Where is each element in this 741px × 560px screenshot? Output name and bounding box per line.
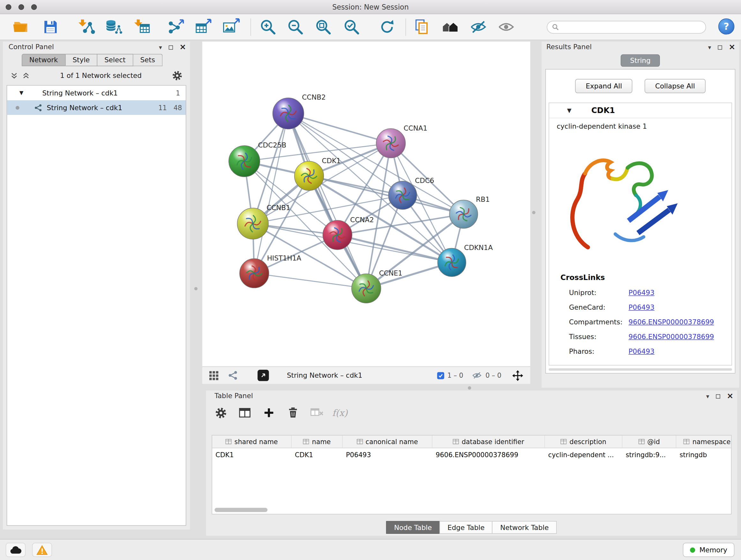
crosslink-label: Compartments: (569, 318, 623, 326)
panel-close-icon[interactable]: × (727, 393, 733, 400)
network-collection-row[interactable]: ▼ String Network – cdk1 1 (7, 85, 186, 100)
crosslink-link[interactable]: 9606.ENSP00000378699 (629, 333, 714, 341)
zoom-in-button[interactable] (259, 17, 277, 37)
crosslink-link[interactable]: 9606.ENSP00000378699 (629, 318, 714, 326)
show-columns-icon[interactable] (236, 404, 254, 422)
protein-structure-image (558, 133, 682, 270)
hidden-eye-slash-icon[interactable] (472, 370, 482, 381)
network-edge[interactable] (254, 113, 288, 273)
network-options-gear-icon[interactable] (172, 71, 183, 81)
selected-checkbox[interactable] (437, 372, 444, 379)
workspace: Control Panel ▾ × Network Style Select S… (0, 40, 741, 539)
import-network-database-button[interactable] (104, 17, 123, 37)
tab-sets[interactable]: Sets (133, 54, 162, 66)
home-button[interactable] (441, 17, 460, 37)
table-settings-gear-icon[interactable] (212, 404, 229, 422)
network-edge[interactable] (254, 273, 366, 288)
column-header[interactable]: canonical name (343, 435, 432, 448)
collapse-all-icon[interactable] (22, 72, 30, 79)
expand-all-icon[interactable] (10, 72, 18, 79)
network-share-icon[interactable] (228, 371, 238, 380)
panel-float-icon[interactable] (718, 45, 722, 49)
export-image-button[interactable] (222, 17, 241, 37)
network-canvas[interactable]: CCNB2CCNA1CDC25BCDK1CDC6RB1CCNB1CCNA2CDK… (202, 42, 530, 366)
network-edge[interactable] (288, 113, 391, 143)
refresh-view-button[interactable] (378, 17, 396, 37)
tab-network-table[interactable]: Network Table (492, 521, 556, 534)
protein-section-header[interactable]: ▼ CDK1 (549, 103, 732, 118)
memory-button[interactable]: Memory (683, 543, 734, 557)
network-row[interactable]: String Network – cdk1 11 48 (7, 100, 186, 115)
minimize-window-button[interactable] (18, 4, 24, 10)
create-column-plus-icon[interactable] (260, 404, 278, 422)
network-view-toolbar: String Network – cdk1 1 – 0 0 – 0 (202, 367, 530, 384)
eye-slash-icon (469, 18, 487, 36)
string-results-box: Expand All Collapse All ▼ CDK1 cyclin-de… (545, 69, 735, 374)
horizontal-splitter-handle[interactable] (468, 386, 471, 389)
help-icon[interactable]: ? (718, 18, 734, 35)
detach-view-button[interactable] (258, 370, 269, 381)
vertical-splitter-handle[interactable] (194, 287, 198, 290)
crosslink-label: Tissues: (569, 333, 596, 341)
column-header[interactable]: description (545, 435, 622, 448)
zoom-window-button[interactable] (31, 4, 37, 10)
section-expand-icon[interactable]: ▼ (567, 107, 571, 114)
crosslink-link[interactable]: P06493 (629, 348, 655, 355)
tab-network[interactable]: Network (22, 54, 65, 66)
tab-style[interactable]: Style (65, 54, 97, 66)
crosslinks-title: CrossLinks (560, 273, 605, 282)
crosslink-link[interactable]: P06493 (629, 304, 655, 311)
panel-close-icon[interactable]: × (179, 44, 186, 51)
import-network-file-button[interactable] (77, 17, 96, 37)
tab-edge-table[interactable]: Edge Table (440, 521, 493, 534)
pan-move-icon[interactable] (512, 369, 524, 381)
tab-string[interactable]: String (621, 54, 660, 67)
collapse-all-button[interactable]: Collapse All (645, 79, 705, 93)
column-type-icon (560, 439, 566, 444)
delete-table-icon-disabled (308, 404, 326, 422)
table-panel-title: Table Panel (214, 392, 253, 400)
column-header[interactable]: database identifier (432, 435, 545, 448)
warning-status-button[interactable] (32, 543, 52, 557)
tab-select[interactable]: Select (97, 54, 133, 66)
results-horizontal-scrollbar[interactable] (549, 368, 732, 371)
vertical-splitter-handle[interactable] (532, 211, 535, 214)
export-table-button[interactable] (194, 17, 212, 37)
panel-menu-icon[interactable]: ▾ (159, 44, 162, 50)
cloud-status-button[interactable] (6, 543, 25, 557)
zoom-fit-button[interactable] (314, 17, 333, 37)
birdseye-grid-icon[interactable] (209, 370, 219, 380)
export-network-button[interactable] (166, 17, 185, 37)
panel-float-icon[interactable] (169, 45, 173, 49)
network-edge[interactable] (288, 113, 366, 288)
save-session-button[interactable] (41, 17, 60, 37)
hide-selected-button[interactable] (469, 17, 488, 37)
panel-menu-icon[interactable]: ▾ (706, 393, 710, 399)
tree-expand-icon[interactable]: ▼ (19, 90, 23, 96)
delete-column-trash-icon[interactable] (284, 404, 302, 422)
search-field[interactable] (547, 21, 706, 34)
zoom-out-button[interactable] (286, 17, 305, 37)
clipboard-button[interactable] (413, 17, 431, 37)
table-horizontal-scrollbar[interactable] (214, 508, 267, 512)
search-input[interactable] (562, 23, 701, 31)
expand-all-button[interactable]: Expand All (576, 79, 632, 93)
column-header[interactable]: namespace (676, 435, 731, 448)
table-row[interactable]: CDK1 CDK1 P06493 9606.ENSP00000378699 cy… (212, 448, 731, 461)
import-table-button[interactable] (133, 17, 151, 37)
crosslink-link[interactable]: P06493 (629, 289, 655, 297)
cell-id: stringdb:9... (622, 448, 676, 461)
tab-node-table[interactable]: Node Table (386, 521, 440, 534)
show-all-button[interactable] (496, 17, 515, 37)
refresh-icon (378, 18, 396, 36)
panel-close-icon[interactable]: × (729, 44, 735, 51)
panel-menu-icon[interactable]: ▾ (708, 44, 711, 50)
column-header[interactable]: name (292, 435, 343, 448)
zoom-selected-button[interactable] (342, 17, 361, 37)
close-window-button[interactable] (6, 4, 11, 10)
column-header[interactable]: shared name (212, 435, 292, 448)
panel-float-icon[interactable] (716, 394, 720, 398)
open-session-button[interactable] (12, 17, 30, 37)
toolbar-separator (406, 18, 406, 36)
column-header[interactable]: @id (622, 435, 676, 448)
